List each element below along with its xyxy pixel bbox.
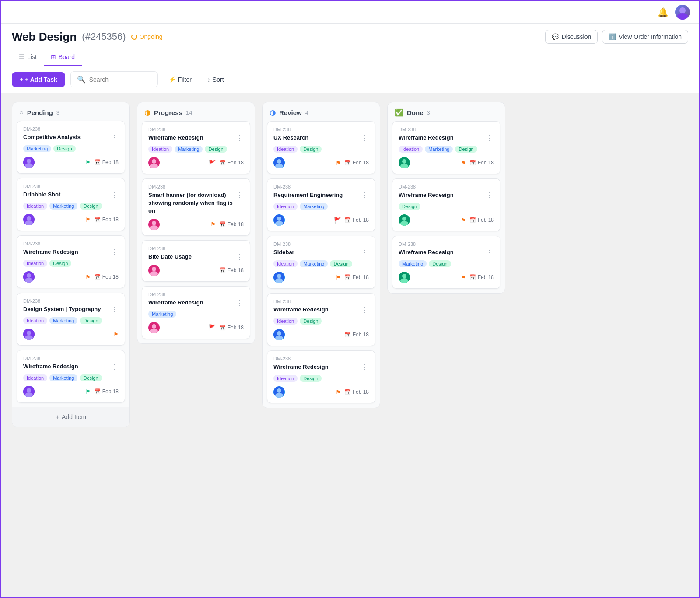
card-menu-button[interactable]: ⋮ <box>235 134 244 142</box>
task-card: DM-238 Wireframe Redesign ⋮ IdeationMark… <box>17 350 125 403</box>
board: ○ Pending 3 DM-238 Competitive Analysis … <box>1 93 699 436</box>
card-menu-button[interactable]: ⋮ <box>360 363 369 371</box>
task-card: DM-238 Sidebar ⋮ IdeationMarketingDesign… <box>267 236 375 289</box>
card-avatar <box>148 219 160 230</box>
card-menu-button[interactable]: ⋮ <box>485 191 494 199</box>
cards-list: DM-238 Wireframe Redesign ⋮ IdeationMark… <box>388 121 505 293</box>
tag: Marketing <box>148 311 176 318</box>
card-menu-button[interactable]: ⋮ <box>110 191 119 199</box>
add-item-button[interactable]: + Add Item <box>12 407 130 427</box>
card-meta: ⚑ 📅Feb 18 <box>85 217 119 223</box>
card-date: 📅Feb 18 <box>344 274 369 280</box>
tag: Design <box>330 260 352 267</box>
calendar-icon: 📅 <box>469 274 476 280</box>
card-menu-button[interactable]: ⋮ <box>110 363 119 371</box>
card-menu-button[interactable]: ⋮ <box>235 299 244 307</box>
card-id: DM-238 <box>148 127 244 132</box>
card-menu-button[interactable]: ⋮ <box>110 305 119 314</box>
card-tags: IdeationDesign <box>273 146 369 153</box>
add-task-button[interactable]: + + Add Task <box>12 72 65 87</box>
card-tags: IdeationMarketingDesign <box>23 203 119 210</box>
filter-button[interactable]: ⚡ Filter <box>163 73 197 87</box>
tabs: ☰ List ⊞ Board <box>12 49 688 66</box>
progress-icon: ◑ <box>144 108 150 117</box>
flag-icon: 🚩 <box>209 160 216 166</box>
card-avatar <box>23 214 35 225</box>
task-card: DM-238 Wireframe Redesign ⋮ MarketingDes… <box>392 236 500 289</box>
card-id: DM-238 <box>273 184 369 189</box>
card-avatar <box>399 214 410 226</box>
card-menu-button[interactable]: ⋮ <box>360 306 369 314</box>
task-card: DM-238 Requirement Engineering ⋮ Ideatio… <box>267 178 375 231</box>
tag: Design <box>53 145 75 152</box>
card-id: DM-238 <box>148 292 244 297</box>
tag: Ideation <box>23 203 47 210</box>
header: Web Design (#245356) Ongoing 💬 Discussio… <box>1 24 699 66</box>
svg-point-27 <box>152 324 156 329</box>
card-id: DM-238 <box>399 184 494 189</box>
card-tags: Design <box>399 203 494 210</box>
column-title: Done <box>407 109 424 116</box>
card-menu-button[interactable]: ⋮ <box>360 191 369 199</box>
card-date: 📅Feb 18 <box>469 274 494 280</box>
card-meta: 📅Feb 18 <box>344 332 369 338</box>
svg-point-18 <box>152 159 156 164</box>
card-menu-button[interactable]: ⋮ <box>360 248 369 257</box>
tag: Design <box>80 374 102 381</box>
project-id: (#245356) <box>82 31 126 42</box>
card-date: 📅Feb 18 <box>94 274 119 280</box>
board-icon: ⊞ <box>51 53 56 60</box>
discussion-button[interactable]: 💬 Discussion <box>545 30 598 44</box>
column-header: ◑ Progress 14 <box>137 102 255 121</box>
card-menu-button[interactable]: ⋮ <box>110 133 119 142</box>
column-header: ✅ Done 3 <box>388 102 505 121</box>
task-card: DM-238 Wireframe Redesign ⋮ Marketing 🚩 … <box>142 286 250 339</box>
discussion-icon: 💬 <box>552 33 559 40</box>
card-menu-button[interactable]: ⋮ <box>485 248 494 257</box>
tag: Ideation <box>273 146 298 153</box>
svg-point-24 <box>152 267 156 271</box>
tag: Marketing <box>300 203 328 210</box>
flag-icon: ⚑ <box>85 388 91 395</box>
column-done: ✅ Done 3 DM-238 Wireframe Redesign ⋮ Ide… <box>387 102 505 294</box>
card-avatar <box>273 329 285 340</box>
user-avatar[interactable] <box>675 5 690 20</box>
search-input[interactable] <box>89 76 151 83</box>
card-date: 📅Feb 18 <box>344 332 369 338</box>
card-menu-button[interactable]: ⋮ <box>235 191 244 199</box>
view-order-button[interactable]: ℹ️ View Order Information <box>602 30 688 44</box>
card-tags: MarketingDesign <box>23 145 119 152</box>
sort-button[interactable]: ↕ Sort <box>202 73 229 87</box>
card-meta: ⚑ 📅Feb 18 <box>336 274 369 281</box>
cards-list: DM-238 Competitive Analysis ⋮ MarketingD… <box>12 121 130 407</box>
tag: Design <box>429 260 451 267</box>
notification-icon[interactable]: 🔔 <box>656 5 670 19</box>
tag: Design <box>80 203 102 210</box>
flag-icon: ⚑ <box>336 389 341 395</box>
svg-point-33 <box>277 217 281 221</box>
done-icon: ✅ <box>395 108 403 117</box>
flag-icon: ⚑ <box>85 217 91 223</box>
card-menu-button[interactable]: ⋮ <box>485 134 494 142</box>
task-card: DM-238 Smart banner (for download) showi… <box>142 178 250 236</box>
card-menu-button[interactable]: ⋮ <box>110 248 119 256</box>
card-menu-button[interactable]: ⋮ <box>360 134 369 142</box>
card-avatar <box>148 265 160 276</box>
card-meta: 🚩 📅Feb 18 <box>209 324 244 331</box>
plus-icon: + <box>20 76 23 83</box>
tag: Design <box>300 375 322 382</box>
column-title: Progress <box>154 109 182 116</box>
card-tags: IdeationMarketingDesign <box>23 317 119 324</box>
toolbar: + + Add Task 🔍 ⚡ Filter ↕ Sort <box>1 66 699 93</box>
search-box[interactable]: 🔍 <box>70 71 158 87</box>
card-date: 📅Feb 18 <box>219 221 244 227</box>
tab-list[interactable]: ☰ List <box>12 49 44 66</box>
calendar-icon: 📅 <box>344 217 351 223</box>
card-tags: IdeationDesign <box>23 260 119 267</box>
tab-board[interactable]: ⊞ Board <box>44 49 82 66</box>
svg-point-42 <box>277 388 281 393</box>
card-tags: IdeationDesign <box>273 375 369 382</box>
card-meta: ⚑ <box>113 331 119 338</box>
card-menu-button[interactable]: ⋮ <box>235 253 244 261</box>
column-review: ◑ Review 4 DM-238 UX Research ⋮ Ideation… <box>262 102 380 408</box>
